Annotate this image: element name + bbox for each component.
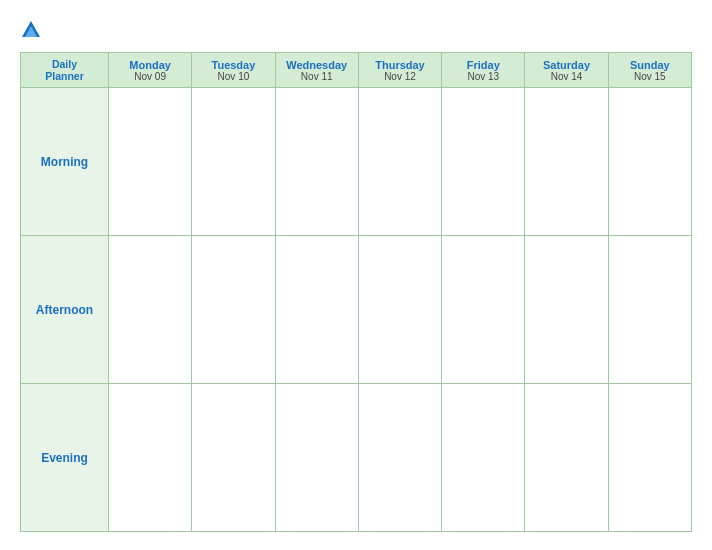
cell-evening-sunday[interactable]	[608, 384, 691, 532]
col-header-tuesday: TuesdayNov 10	[192, 53, 275, 88]
cell-morning-wednesday[interactable]	[275, 88, 358, 236]
cell-evening-tuesday[interactable]	[192, 384, 275, 532]
col-date-label: Nov 14	[527, 71, 605, 82]
cell-afternoon-saturday[interactable]	[525, 236, 608, 384]
col-header-monday: MondayNov 09	[109, 53, 192, 88]
cell-afternoon-friday[interactable]	[442, 236, 525, 384]
cell-afternoon-sunday[interactable]	[608, 236, 691, 384]
col-header-planner-text: Planner	[23, 70, 106, 82]
col-day-label: Wednesday	[278, 59, 356, 71]
cell-evening-friday[interactable]	[442, 384, 525, 532]
cell-afternoon-tuesday[interactable]	[192, 236, 275, 384]
page-header	[20, 18, 692, 40]
col-header-label: Daily Planner	[21, 53, 109, 88]
row-label-morning: Morning	[21, 88, 109, 236]
col-date-label: Nov 10	[194, 71, 272, 82]
cell-morning-saturday[interactable]	[525, 88, 608, 236]
col-date-label: Nov 11	[278, 71, 356, 82]
col-header-friday: FridayNov 13	[442, 53, 525, 88]
col-date-label: Nov 13	[444, 71, 522, 82]
col-header-day-text: Daily	[23, 58, 106, 70]
cell-morning-monday[interactable]	[109, 88, 192, 236]
table-row: Morning	[21, 88, 692, 236]
cell-morning-friday[interactable]	[442, 88, 525, 236]
col-header-wednesday: WednesdayNov 11	[275, 53, 358, 88]
row-label-afternoon: Afternoon	[21, 236, 109, 384]
cell-evening-saturday[interactable]	[525, 384, 608, 532]
cell-evening-monday[interactable]	[109, 384, 192, 532]
col-day-label: Friday	[444, 59, 522, 71]
table-row: Evening	[21, 384, 692, 532]
cell-morning-thursday[interactable]	[358, 88, 441, 236]
col-date-label: Nov 12	[361, 71, 439, 82]
table-row: Afternoon	[21, 236, 692, 384]
col-day-label: Saturday	[527, 59, 605, 71]
col-header-thursday: ThursdayNov 12	[358, 53, 441, 88]
col-header-saturday: SaturdayNov 14	[525, 53, 608, 88]
row-label-evening: Evening	[21, 384, 109, 532]
cell-morning-tuesday[interactable]	[192, 88, 275, 236]
col-day-label: Sunday	[611, 59, 689, 71]
logo	[20, 18, 46, 40]
cell-evening-thursday[interactable]	[358, 384, 441, 532]
col-date-label: Nov 09	[111, 71, 189, 82]
col-day-label: Tuesday	[194, 59, 272, 71]
cell-afternoon-thursday[interactable]	[358, 236, 441, 384]
cell-evening-wednesday[interactable]	[275, 384, 358, 532]
col-date-label: Nov 15	[611, 71, 689, 82]
col-day-label: Monday	[111, 59, 189, 71]
generalblue-logo-icon	[20, 18, 42, 40]
cell-afternoon-monday[interactable]	[109, 236, 192, 384]
planner-table: Daily Planner MondayNov 09TuesdayNov 10W…	[20, 52, 692, 532]
col-day-label: Thursday	[361, 59, 439, 71]
cell-afternoon-wednesday[interactable]	[275, 236, 358, 384]
cell-morning-sunday[interactable]	[608, 88, 691, 236]
col-header-sunday: SundayNov 15	[608, 53, 691, 88]
